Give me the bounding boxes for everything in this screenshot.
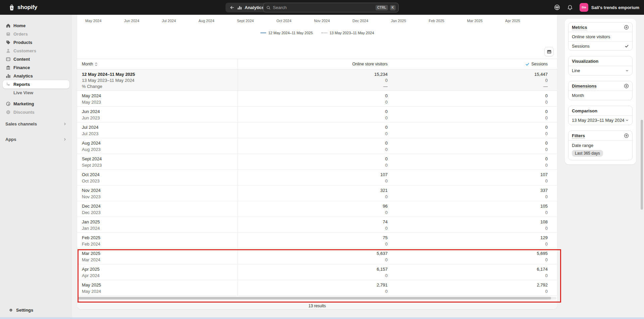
x-axis-label: Mar 2025: [467, 19, 482, 23]
summary-visitors: 15,234: [374, 72, 388, 77]
table-row-jul-2024: Jul 2024Jul 20230000: [77, 122, 557, 138]
table-row-feb-2025: Feb 2025Feb 20247501290: [77, 233, 557, 249]
visualization-select[interactable]: Line: [568, 66, 632, 75]
sidebar-item-products[interactable]: Products: [3, 38, 69, 47]
sidebar-item-finance[interactable]: Finance: [3, 63, 69, 72]
analytics-icon: [5, 73, 11, 79]
nav-pill-label: Analytics: [245, 5, 264, 10]
chevron-right-icon: [63, 122, 67, 126]
sidebar-item-analytics[interactable]: Analytics: [3, 72, 69, 80]
sidebar-item-content[interactable]: Content: [3, 55, 69, 63]
comparison-title: Comparison: [572, 108, 597, 113]
x-axis-label: Oct 2024: [277, 19, 292, 23]
table-body: May 2024May 20230000Jun 2024Jun 20230000…: [77, 91, 557, 296]
bottom-edge-strip: [0, 317, 644, 319]
table-header-row: Month Online store visitors Sessions: [77, 59, 557, 69]
metric-row-online-store-visitors[interactable]: Online store visitors: [568, 32, 632, 41]
search-input[interactable]: [273, 5, 374, 10]
ctrl-key-badge: CTRL: [376, 5, 388, 10]
summary-sessions: 15,447: [534, 72, 548, 77]
chart-legend: 12 May 2024–11 May 202513 May 2023–11 Ma…: [77, 31, 557, 35]
search-icon: [266, 5, 271, 10]
table-row-dec-2024: Dec 2024Dec 20239601050: [77, 201, 557, 217]
store-name: Sali's trends emporium: [591, 5, 639, 10]
dimensions-title: Dimensions: [572, 84, 597, 89]
table-row-oct-2024: Oct 2024Oct 202310701070: [77, 170, 557, 185]
sidebar-item-label: Marketing: [13, 101, 34, 106]
dimension-row-month[interactable]: Month: [568, 91, 632, 100]
branch-arrow-icon: [5, 82, 11, 87]
back-arrow-icon[interactable]: [230, 5, 235, 10]
x-axis-label: Jun 2024: [124, 19, 139, 23]
check-icon: [625, 44, 629, 48]
sidebar-item-label: Orders: [13, 32, 28, 37]
k-key-badge: K: [390, 5, 396, 10]
sidebar-section-sales-channels[interactable]: Sales channels: [3, 120, 69, 128]
summary-change-label: % Change: [82, 84, 238, 89]
page-scrollbar-thumb[interactable]: [641, 120, 643, 210]
sidebar-item-label: Customers: [13, 48, 36, 53]
sidebar-item-reports[interactable]: Reports: [3, 80, 69, 89]
sidebar-item-label: Analytics: [13, 73, 33, 78]
no-icon: [5, 90, 11, 96]
report-card: May 2024Jun 2024Jul 2024Aug 2024Sept 202…: [77, 15, 557, 309]
column-header-sessions[interactable]: Sessions: [388, 62, 548, 66]
sidebar-item-label: Live View: [13, 90, 33, 95]
x-axis-label: Nov 2024: [314, 19, 330, 23]
chart-x-axis: May 2024Jun 2024Jul 2024Aug 2024Sept 202…: [85, 19, 520, 23]
table-summary-row: 12 May 2024–11 May 2025 13 May 2023–11 M…: [77, 69, 557, 91]
x-axis-label: Aug 2024: [198, 19, 214, 23]
table-row-sept-2024: Sept 2024Sept 20230000: [77, 154, 557, 170]
add-filter-button[interactable]: [624, 133, 629, 138]
check-icon: [525, 62, 530, 66]
visualization-group: Visualization Line: [568, 56, 633, 75]
sidebar-section-apps[interactable]: Apps: [3, 135, 69, 144]
metrics-group: Metrics Online store visitors Sessions: [568, 22, 633, 51]
legend-swatch: [321, 33, 327, 33]
table-icon: [547, 49, 552, 54]
sidebar-item-label: Reports: [13, 82, 30, 87]
column-header-month[interactable]: Month: [77, 62, 238, 66]
sidebar-item-home[interactable]: Home: [3, 21, 69, 30]
add-metric-button[interactable]: [624, 25, 629, 30]
store-account-menu[interactable]: Ste Sali's trends emporium: [580, 3, 639, 12]
shopify-logo[interactable]: S shopify: [8, 0, 37, 15]
dimensions-group: Dimensions Month: [568, 81, 633, 100]
global-search[interactable]: CTRL K: [263, 3, 399, 12]
sidebar-item-live-view[interactable]: Live View: [3, 89, 69, 97]
metric-row-sessions[interactable]: Sessions: [568, 41, 632, 50]
horizontal-scrollbar-thumb[interactable]: [78, 297, 551, 300]
x-axis-label: May 2024: [85, 19, 101, 23]
legend-item[interactable]: 13 May 2023–11 May 2024: [321, 31, 374, 35]
table-row-apr-2025: Apr 2025Apr 20246,15706,1740: [77, 264, 557, 280]
brand-wordmark: shopify: [17, 4, 37, 11]
sidebar: HomeOrdersProductsCustomersContentFinanc…: [0, 15, 72, 319]
sidebar-item-marketing[interactable]: Marketing: [3, 100, 69, 108]
sidebar-item-label: Home: [13, 23, 26, 28]
orders-icon: [5, 32, 11, 37]
date-range-pill[interactable]: Last 365 days: [572, 150, 603, 157]
comparison-group: Comparison 13 May 2023–11 May 2024: [568, 106, 633, 125]
sidekick-icon[interactable]: [554, 4, 560, 11]
sidebar-item-label: Finance: [13, 65, 30, 70]
finance-icon: [5, 65, 11, 70]
x-axis-label: Jan 2025: [391, 19, 406, 23]
column-header-visitors[interactable]: Online store visitors: [238, 59, 388, 69]
store-avatar: Ste: [580, 3, 588, 12]
sidebar-item-settings[interactable]: Settings: [5, 306, 67, 314]
chart-block: May 2024Jun 2024Jul 2024Aug 2024Sept 202…: [77, 15, 557, 59]
sidebar-item-label: Content: [13, 57, 30, 62]
comparison-select[interactable]: 13 May 2023–11 May 2024: [568, 116, 632, 125]
add-dimension-button[interactable]: [624, 84, 629, 89]
x-axis-label: Sept 2024: [237, 19, 254, 23]
legend-label: 13 May 2023–11 May 2024: [330, 31, 374, 35]
table-view-button[interactable]: [544, 47, 554, 56]
sidebar-item-discounts: Discounts: [3, 108, 69, 116]
analytics-breadcrumb-pill[interactable]: Analytics: [226, 3, 268, 12]
date-range-label: Date range: [572, 143, 629, 148]
notifications-bell-icon[interactable]: [567, 5, 573, 10]
legend-item[interactable]: 12 May 2024–11 May 2025: [260, 31, 313, 35]
table-row-aug-2024: Aug 2024Aug 20230000: [77, 138, 557, 154]
sidebar-item-customers: Customers: [3, 47, 69, 55]
horizontal-scrollbar: [78, 297, 556, 300]
